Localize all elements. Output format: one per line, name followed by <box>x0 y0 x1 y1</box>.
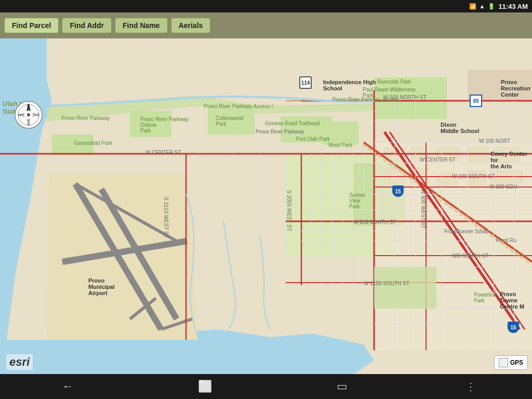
toolbar: Find Parcel Find Addr Find Name Aerials <box>0 12 532 38</box>
map-container[interactable]: Utah LakeState Park Provo River Parkway … <box>0 38 532 374</box>
clock: 11:43 AM <box>498 3 528 10</box>
aerials-button[interactable]: Aerials <box>171 18 211 33</box>
hwy-89-shield: 89 <box>470 95 482 107</box>
nav-bar: ← ⬜ ▭ ⋮ <box>0 374 532 399</box>
svg-rect-74 <box>374 267 436 309</box>
svg-text:W: W <box>18 113 22 117</box>
svg-rect-20 <box>468 148 488 163</box>
battery-icon: 🔋 <box>488 3 495 10</box>
svg-point-85 <box>27 113 30 116</box>
svg-rect-26 <box>491 171 522 185</box>
find-parcel-button[interactable]: Find Parcel <box>4 18 59 33</box>
svg-text:S: S <box>27 122 30 127</box>
svg-rect-1 <box>130 111 171 137</box>
gps-icon <box>499 358 508 367</box>
signal-icon: 📶 <box>469 3 476 10</box>
svg-rect-7 <box>374 77 447 119</box>
recent-button[interactable]: ▭ <box>326 376 358 397</box>
svg-rect-4 <box>322 122 358 145</box>
svg-rect-2 <box>208 106 255 135</box>
menu-button[interactable]: ⋮ <box>461 376 480 397</box>
wifi-icon: ▲ <box>480 3 485 9</box>
status-bar: 📶 ▲ 🔋 11:43 AM <box>0 0 532 12</box>
back-button[interactable]: ← <box>52 376 84 397</box>
find-name-button[interactable]: Find Name <box>115 18 168 33</box>
compass-rose: N S E W <box>15 101 43 129</box>
esri-logo: esri <box>6 354 33 370</box>
gps-label: GPS <box>510 359 523 366</box>
svg-text:E: E <box>37 113 39 117</box>
i15-shield-center: 15 <box>392 185 404 197</box>
i15-shield-bottom: 15 <box>508 322 519 333</box>
svg-rect-21 <box>494 148 520 163</box>
gps-button[interactable]: GPS <box>494 355 528 370</box>
svg-text:N: N <box>27 103 30 108</box>
home-button[interactable]: ⬜ <box>188 376 222 397</box>
svg-rect-9 <box>52 135 94 155</box>
hwy-114-shield: 114 <box>299 76 312 89</box>
svg-rect-24 <box>436 174 457 187</box>
svg-rect-25 <box>468 171 486 185</box>
find-addr-button[interactable]: Find Addr <box>62 18 112 33</box>
